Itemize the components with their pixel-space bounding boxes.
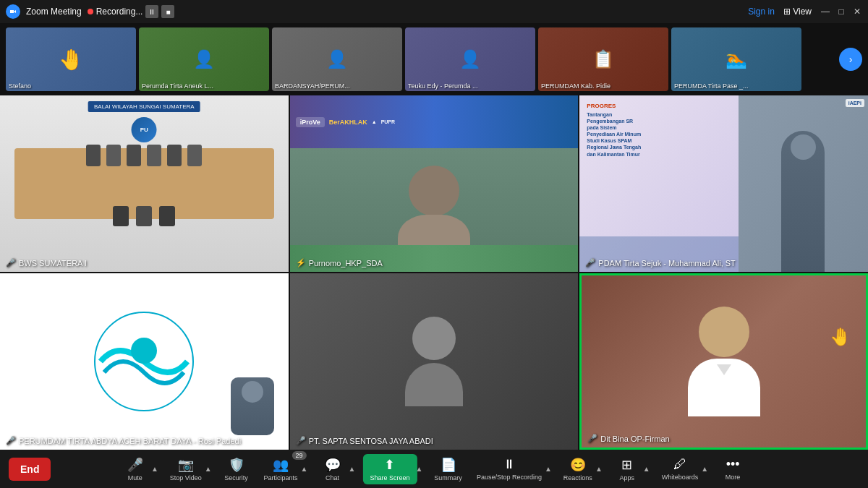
recording-caret[interactable]: ▲: [543, 465, 553, 473]
reactions-caret[interactable]: ▲: [594, 465, 604, 473]
mute-icon: 🎤: [127, 457, 143, 473]
thumb-label-perumda-tirta: Perumda Tirta Aneuk L...: [142, 82, 266, 90]
apps-label: Apps: [620, 474, 635, 481]
participants-button[interactable]: 👥 Participants 29: [260, 454, 302, 484]
stop-video-label: Stop Video: [170, 474, 202, 481]
whiteboards-button[interactable]: 🖊 Whiteboards: [658, 454, 703, 484]
title-bar-right: Sign in ⊞ View — □ ✕: [748, 7, 862, 17]
apps-icon: ⊞: [621, 457, 632, 473]
chat-button[interactable]: 💬 Chat: [315, 454, 350, 484]
mic-icon-firman: 🎤: [587, 434, 597, 443]
video-panel-perumdam-abdya: 🎤 PERUMDAM TIRTA ABDYA ACEH BARAT DAYA -…: [0, 273, 289, 450]
view-button[interactable]: ⊞ View: [783, 7, 812, 17]
participants-icon: 👥: [273, 457, 289, 473]
participants-label: Participants: [264, 474, 298, 481]
apps-wrapper: ⊞ Apps ▲: [610, 454, 652, 484]
summary-button[interactable]: 📄 Summary: [430, 454, 467, 484]
panel-name-firman: Dit Bina OP-Firman: [600, 435, 669, 443]
thumbnail-perumda-tirta[interactable]: 👤 Perumda Tirta Aneuk L...: [139, 27, 269, 91]
chat-icon: 💬: [325, 457, 341, 473]
mic-icon-purnomo: ⚡: [296, 258, 306, 267]
mic-icon-bws: 🎤: [6, 258, 16, 267]
video-panel-purnomo: iProVe BerAKHLAK ▲ PUPR: [290, 95, 579, 272]
whiteboards-caret[interactable]: ▲: [699, 465, 710, 473]
share-caret[interactable]: ▲: [414, 465, 424, 473]
video-fill-1: BALAI WILAYAH SUNGAI SUMATERA: [0, 95, 289, 272]
video-panel-pdam: PROGRES TantanganPengembangan SRpada Sis…: [579, 95, 868, 272]
thumbnail-strip: 🤚 Stefano 👤 Perumda Tirta Aneuk L... 👤 B…: [0, 23, 868, 95]
summary-label: Summary: [434, 474, 462, 481]
recording-label: Recording...: [96, 7, 143, 17]
stop-video-button[interactable]: 📷 Stop Video: [166, 454, 206, 484]
video-panel-sapta: 🎤 PT. SAPTA SENTOSA JAYA ABADI: [290, 273, 579, 450]
more-label: More: [726, 474, 741, 481]
reactions-label: Reactions: [563, 474, 592, 481]
stop-video-wrapper: 📷 Stop Video ▲: [166, 454, 213, 484]
thumb-label-perumda-pase: PERUMDA Tirta Pase _...: [674, 82, 799, 90]
reactions-icon: 😊: [570, 457, 586, 473]
window-controls: — □ ✕: [820, 7, 862, 17]
participants-count: 29: [292, 451, 307, 460]
sign-in-button[interactable]: Sign in: [748, 7, 775, 17]
apps-caret[interactable]: ▲: [642, 465, 652, 473]
thumbnail-bardansyah[interactable]: 👤 BARDANSYAH/PERUM...: [272, 27, 402, 91]
pause-recording-wrapper: ⏸ Pause/Stop Recording ▲: [472, 454, 553, 484]
chat-label: Chat: [326, 474, 339, 481]
thumbnail-teuku[interactable]: 👤 Teuku Edy - Perumda ...: [405, 27, 535, 91]
thumbnail-stefano[interactable]: 🤚 Stefano: [6, 27, 136, 91]
mute-button[interactable]: 🎤 Mute: [118, 454, 153, 484]
whiteboards-wrapper: 🖊 Whiteboards ▲: [658, 454, 710, 484]
svg-point-2: [131, 338, 157, 364]
apps-button[interactable]: ⊞ Apps: [610, 454, 644, 484]
security-icon: 🛡️: [229, 457, 244, 473]
mic-icon-abdya: 🎤: [6, 436, 16, 445]
security-label: Security: [224, 474, 248, 481]
video-fill-2: iProVe BerAKHLAK ▲ PUPR: [290, 95, 579, 272]
whiteboards-label: Whiteboards: [662, 474, 699, 481]
mic-icon-pdam: 🎤: [585, 258, 595, 267]
title-bar-left: Zoom Meeting Recording... ⏸ ■: [6, 4, 174, 19]
panel-name-bws: BWS SUMATERA I: [19, 259, 87, 267]
title-bar: Zoom Meeting Recording... ⏸ ■ Sign in ⊞ …: [0, 0, 868, 23]
video-main: 🤚 Stefano 👤 Perumda Tirta Aneuk L... 👤 B…: [0, 23, 868, 450]
more-button[interactable]: ••• More: [715, 454, 750, 484]
thumb-label-teuku: Teuku Edy - Perumda ...: [408, 82, 532, 90]
thumbnail-nav-arrow[interactable]: ›: [839, 48, 862, 71]
chat-caret[interactable]: ▲: [347, 465, 357, 473]
mute-wrapper: 🎤 Mute ▲: [118, 454, 160, 484]
stop-recording-btn[interactable]: ■: [161, 5, 174, 18]
more-icon: •••: [726, 457, 740, 472]
participants-wrapper: 👥 Participants 29 ▲: [260, 454, 310, 484]
pause-stop-recording-button[interactable]: ⏸ Pause/Stop Recording: [472, 454, 546, 484]
pause-stop-icon: ⏸: [503, 457, 516, 472]
video-fill-3: PROGRES TantanganPengembangan SRpada Sis…: [579, 95, 868, 272]
reactions-wrapper: 😊 Reactions ▲: [559, 454, 604, 484]
panel-label-abdya: 🎤 PERUMDAM TIRTA ABDYA ACEH BARAT DAYA -…: [6, 436, 241, 445]
maximize-button[interactable]: □: [836, 7, 846, 17]
end-button[interactable]: End: [9, 458, 51, 481]
zoom-icon: [6, 4, 20, 19]
share-screen-wrapper: ⬆ Share Screen ▲: [362, 454, 424, 484]
pause-recording-btn[interactable]: ⏸: [145, 5, 158, 18]
video-fill-5: [290, 273, 579, 450]
reactions-button[interactable]: 😊 Reactions: [559, 454, 597, 484]
recording-dot: [88, 9, 93, 14]
thumbnail-perumdam-pidie[interactable]: 📋 PERUMDAM Kab. Pidie: [538, 27, 668, 91]
close-button[interactable]: ✕: [852, 7, 862, 17]
panel-label-sapta: 🎤 PT. SAPTA SENTOSA JAYA ABADI: [296, 436, 433, 445]
panel-label-pdam: 🎤 PDAM Tirta Sejuk - Muhammad Ali, ST: [585, 258, 736, 267]
video-caret[interactable]: ▲: [203, 465, 213, 473]
share-screen-button[interactable]: ⬆ Share Screen: [362, 454, 417, 484]
security-button[interactable]: 🛡️ Security: [219, 454, 254, 484]
stop-video-icon: 📷: [178, 457, 194, 473]
mute-caret[interactable]: ▲: [150, 465, 160, 473]
panel-name-sapta: PT. SAPTA SENTOSA JAYA ABADI: [309, 437, 433, 445]
summary-icon: 📄: [441, 457, 456, 473]
panel-name-pdam: PDAM Tirta Sejuk - Muhammad Ali, ST: [598, 259, 736, 267]
chat-wrapper: 💬 Chat ▲: [315, 454, 357, 484]
panel-name-abdya: PERUMDAM TIRTA ABDYA ACEH BARAT DAYA - R…: [19, 437, 241, 445]
toolbar-center: 🎤 Mute ▲ 📷 Stop Video ▲ 🛡️ Security 👥 Pa…: [118, 454, 750, 484]
thumbnail-perumda-pase[interactable]: 🏊 PERUMDA Tirta Pase _...: [671, 27, 801, 91]
minimize-button[interactable]: —: [820, 7, 830, 17]
thumb-label-bardansyah: BARDANSYAH/PERUM...: [275, 82, 399, 90]
